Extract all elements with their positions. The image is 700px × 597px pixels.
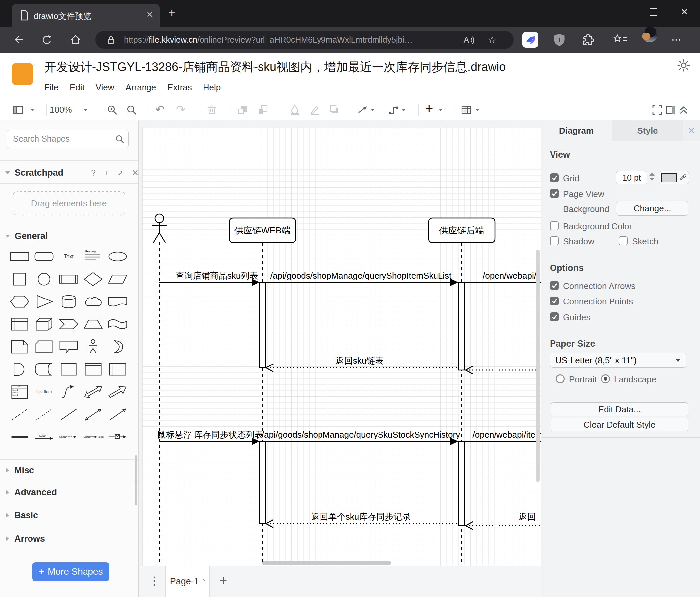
shape-horizontal-container[interactable] xyxy=(105,358,130,380)
shape-arrow[interactable] xyxy=(105,380,130,403)
shape-document[interactable] xyxy=(105,290,130,313)
refresh-icon[interactable] xyxy=(41,34,52,46)
back-icon[interactable] xyxy=(12,34,24,46)
caret-down-icon[interactable] xyxy=(83,109,88,111)
portrait-radio[interactable] xyxy=(556,375,565,383)
extension-shield-icon[interactable]: T xyxy=(553,33,566,46)
page-view-checkbox[interactable] xyxy=(550,189,559,198)
lifeline-web[interactable]: 供应链WEB端 xyxy=(229,218,296,243)
shape-ellipse[interactable] xyxy=(105,245,130,268)
connection-arrows-checkbox[interactable] xyxy=(550,281,559,290)
canvas-vscrollbar[interactable] xyxy=(536,250,540,482)
landscape-radio[interactable] xyxy=(601,375,610,383)
extensions-puzzle-icon[interactable] xyxy=(581,33,594,46)
shape-note[interactable] xyxy=(7,335,32,358)
shape-cube[interactable] xyxy=(32,313,56,335)
search-input[interactable] xyxy=(12,130,113,147)
shape-dotted-line[interactable] xyxy=(32,403,56,426)
close-window-button[interactable]: ✕ xyxy=(669,0,700,24)
shape-or[interactable] xyxy=(105,335,130,358)
shape-container[interactable] xyxy=(56,358,81,380)
caret-down-icon[interactable] xyxy=(475,109,479,111)
fullscreen-icon[interactable] xyxy=(652,104,663,116)
shape-tape[interactable] xyxy=(105,313,130,335)
grid-color-button[interactable] xyxy=(658,171,689,184)
section-basic[interactable]: Basic xyxy=(0,506,139,525)
tab-close-icon[interactable]: ✕ xyxy=(147,10,153,19)
menu-file[interactable]: File xyxy=(44,82,58,93)
shape-data-storage[interactable] xyxy=(32,358,56,380)
read-aloud-icon[interactable]: A xyxy=(463,34,475,46)
favorite-star-icon[interactable]: ☆ xyxy=(488,34,497,46)
shadow-checkbox[interactable] xyxy=(550,237,559,245)
menu-extras[interactable]: Extras xyxy=(167,82,192,93)
menu-arrange[interactable]: Arrange xyxy=(126,82,156,93)
panel-close-icon[interactable]: ✕ xyxy=(683,120,700,141)
minimize-button[interactable] xyxy=(607,0,638,24)
shape-triangle[interactable] xyxy=(32,290,56,313)
shape-diamond[interactable] xyxy=(81,268,105,290)
caret-down-icon[interactable] xyxy=(371,109,375,111)
scratchpad-dropzone[interactable]: Drag elements here xyxy=(12,191,125,215)
lifeline-dashes[interactable] xyxy=(159,242,462,562)
paper-size-select[interactable]: US-Letter (8,5" x 11") xyxy=(550,353,686,368)
favorites-bar-icon[interactable] xyxy=(613,34,628,46)
shape-bidirectional-arrow[interactable] xyxy=(81,380,105,403)
caret-down-icon[interactable] xyxy=(439,109,443,111)
connection-icon[interactable] xyxy=(357,104,369,116)
tab-diagram[interactable]: Diagram xyxy=(541,120,611,141)
shape-circle[interactable] xyxy=(32,268,56,290)
pages-menu-icon[interactable]: ⋮ xyxy=(149,574,159,588)
grid-checkbox[interactable] xyxy=(550,173,559,183)
shape-and[interactable] xyxy=(7,358,32,380)
shape-line[interactable] xyxy=(56,403,81,426)
scratchpad-header[interactable]: Scratchpad ? + ✕ xyxy=(0,163,139,183)
section-general[interactable]: General xyxy=(0,228,139,244)
lock-icon[interactable] xyxy=(106,35,116,45)
tab-style[interactable]: Style xyxy=(611,120,683,141)
undo-icon[interactable]: ↶ xyxy=(154,104,166,116)
section-misc[interactable]: Misc xyxy=(0,461,139,480)
scratchpad-help-icon[interactable]: ? xyxy=(91,168,96,178)
shape-hexagon[interactable] xyxy=(7,290,32,313)
canvas-hscrollbar[interactable] xyxy=(262,561,392,565)
profile-avatar[interactable] xyxy=(642,26,657,43)
shape-parallelogram[interactable] xyxy=(105,268,130,290)
insert-icon[interactable]: + xyxy=(425,101,433,117)
add-page-button[interactable]: + xyxy=(220,573,227,588)
more-shapes-button[interactable]: + More Shapes xyxy=(32,562,109,581)
scratchpad-close-icon[interactable]: ✕ xyxy=(131,168,139,178)
home-icon[interactable] xyxy=(70,34,81,46)
browser-menu-icon[interactable]: ⋯ xyxy=(672,34,681,45)
drawing-canvas[interactable]: 供应链WEB端 供应链后端 查询店铺商品sku列表 /api/goods/sho… xyxy=(139,120,541,566)
menu-help[interactable]: Help xyxy=(203,82,221,93)
sidebar-scrollbar[interactable] xyxy=(134,455,137,505)
shape-annotation-arrow[interactable] xyxy=(105,426,130,448)
address-bar[interactable]: https://file.kkview.cn/onlinePreview?url… xyxy=(96,30,514,49)
edit-data-button[interactable]: Edit Data... xyxy=(551,402,689,416)
new-tab-button[interactable]: + xyxy=(168,6,175,20)
shape-search[interactable] xyxy=(7,130,129,148)
zoom-in-icon[interactable] xyxy=(107,104,118,116)
zoom-out-icon[interactable] xyxy=(126,104,137,116)
shape-heading[interactable]: Heading xyxy=(81,245,105,268)
shape-rounded-rectangle[interactable] xyxy=(32,245,56,268)
caret-down-icon[interactable] xyxy=(402,109,406,111)
shape-square[interactable] xyxy=(7,268,32,290)
shape-card[interactable] xyxy=(32,335,56,358)
section-advanced[interactable]: Advanced xyxy=(0,483,139,502)
theme-toggle-icon[interactable] xyxy=(677,58,691,72)
guides-checkbox[interactable] xyxy=(550,312,559,321)
shape-rectangle[interactable] xyxy=(7,245,32,268)
collapse-icon[interactable] xyxy=(678,104,690,116)
scratchpad-add-icon[interactable]: + xyxy=(104,168,109,178)
shape-directional-connector[interactable] xyxy=(105,403,130,426)
shape-link[interactable] xyxy=(7,426,32,448)
menu-view[interactable]: View xyxy=(96,82,114,93)
section-arrows[interactable]: Arrows xyxy=(0,529,139,548)
shape-label-arrow[interactable]: Label xyxy=(32,426,56,448)
shape-callout[interactable] xyxy=(56,335,81,358)
grid-size-input[interactable]: 10 pt xyxy=(616,171,647,184)
shape-step[interactable] xyxy=(56,313,81,335)
shape-internal-storage[interactable] xyxy=(7,313,32,335)
